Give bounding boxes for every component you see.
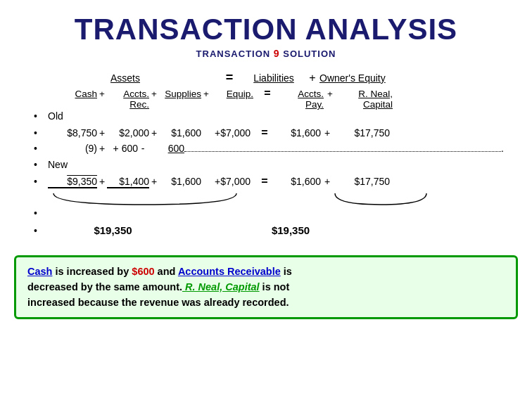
info-text4: decreased by the same amount. [27,281,182,292]
new-eq: = [251,175,279,188]
eq-header-sign: = [217,70,242,85]
info-text2: and [155,266,178,277]
info-box: Cash is increased by $600 and Accounts R… [14,255,518,319]
change-accts: 600 [148,143,184,154]
old-ap: $1,600 [279,127,321,139]
old-equip: +$7,000 [201,127,251,139]
old-label: Old [48,110,83,122]
new-supp: $1,600 [159,176,201,187]
new-accts: $1,400 [107,176,149,188]
info-text3: is [281,266,292,277]
empty-bullet-row: • [34,207,504,223]
col-rncap: R. Neal, Capital [336,89,393,110]
info-cash: Cash [27,266,52,277]
assets-header: Assets [110,72,140,84]
change-cash: (9) [48,143,97,154]
info-ar: Accounts Receivable [178,266,281,277]
new-label-row: • New [34,159,504,174]
old-accts: $2,000 [107,127,149,139]
info-amount: $600 [132,266,154,277]
info-rneal: R. Neal, Capital [182,281,260,292]
old-cap: $17,750 [334,127,390,139]
main-title: TRANSACTION ANALYSIS [0,0,532,46]
col-plus4: + [324,89,336,99]
change-period: . [501,143,504,154]
subtitle-num: 9 [274,48,280,59]
new-cap: $17,750 [334,176,390,187]
old-plus2: + [149,127,159,139]
total-right: $19,350 [248,224,333,236]
sub-title: TRANSACTION 9 SOLUTION [0,48,532,59]
old-cash: $8,750 [48,127,97,139]
new-ap: $1,600 [279,176,321,187]
col-ap: Accts. Pay. [281,89,324,110]
change-dash: - [138,143,148,154]
new-plus4: + [321,176,334,187]
col-accts-rec: Accts. Rec. [107,89,149,110]
subtitle-pre: TRANSACTION [196,49,274,59]
new-equip: +$7,000 [201,176,251,187]
totals-row: • $19,350 $19,350 [34,224,504,240]
change-600: + 600 [107,143,138,154]
col-equip: Equip. [211,89,253,99]
col-cash: Cash [48,89,97,99]
content-area: Assets = Liabilities + Owner's Equity Ca… [0,59,532,250]
info-text5: is not [260,281,290,292]
change-row: • (9) + + 600 - 600 . [34,143,504,158]
new-label: New [48,159,83,170]
col-plus1: + [97,89,107,99]
new-values-row: • $9,350 + $1,400 + $1,600 +$7,000 = $1,… [34,175,504,191]
new-plus2: + [149,176,159,187]
new-cash: $9,350 [48,176,97,188]
old-plus4: + [321,127,334,139]
page-container: TRANSACTION ANALYSIS TRANSACTION 9 SOLUT… [0,0,532,319]
liabilities-header: Liabilities [253,72,294,84]
old-values-row: • $8,750 + $2,000 + $1,600 +$7,000 = $1,… [34,127,504,142]
old-supp: $1,600 [159,127,201,139]
col-plus2: + [149,89,159,99]
old-row: • Old [34,110,504,126]
left-brace-svg [46,192,243,206]
equation-header: Assets = Liabilities + Owner's Equity [34,70,504,86]
new-plus1: + [97,176,107,187]
total-left: $19,350 [48,224,178,236]
old-eq: = [251,127,279,139]
col-supplies: Supplies [159,89,201,99]
brace-row [46,192,504,206]
old-plus1: + [97,127,107,139]
info-text1: is increased by [52,266,132,277]
column-headers: Cash + Accts. Rec. + Supplies + Equip. =… [34,87,504,110]
plus-header-sign: + [305,72,319,84]
subtitle-post: SOLUTION [280,49,336,59]
right-brace-svg [328,192,433,206]
info-text6: increased because the revenue was alread… [27,297,289,308]
col-plus3: + [201,89,211,99]
col-eq: = [253,87,281,100]
equity-header: Owner's Equity [319,72,386,84]
